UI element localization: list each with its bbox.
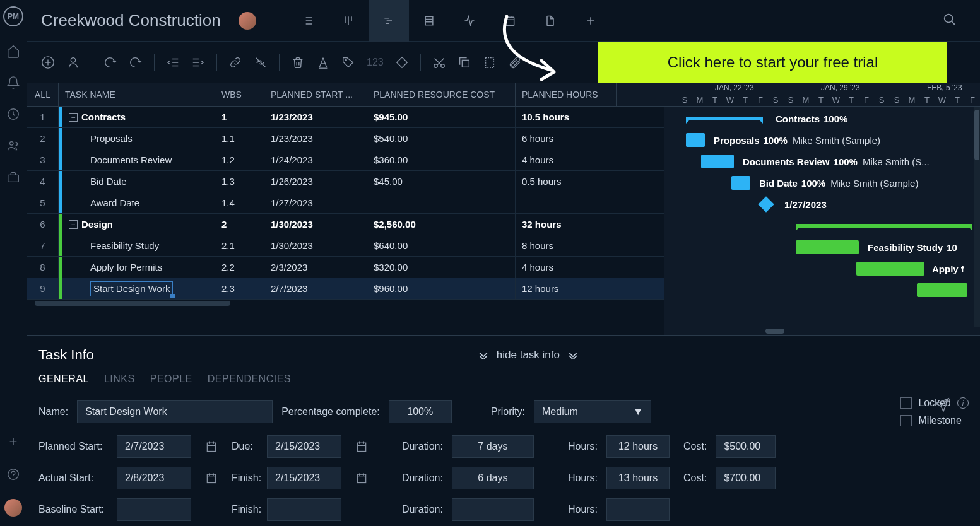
cost-label: Cost: xyxy=(683,472,707,484)
table-row[interactable]: 2 Proposals 1.1 1/23/2023 $540.00 6 hour… xyxy=(27,128,664,149)
undo-button[interactable] xyxy=(103,56,117,69)
gantt-vscroll[interactable] xyxy=(974,107,980,327)
locked-checkbox[interactable] xyxy=(900,397,912,409)
pct-input[interactable] xyxy=(389,400,452,423)
gantt-bar[interactable] xyxy=(796,224,972,228)
col-cost[interactable]: PLANNED RESOURCE COST xyxy=(367,83,516,106)
table-row[interactable]: 1 −Contracts 1 1/23/2023 $945.00 10.5 ho… xyxy=(27,107,664,128)
attachment-button[interactable] xyxy=(508,56,522,69)
calendar-icon[interactable] xyxy=(350,467,373,489)
home-icon[interactable] xyxy=(6,44,20,58)
cost-input[interactable] xyxy=(716,467,776,489)
calendar-icon[interactable] xyxy=(200,435,223,458)
tab-dependencies[interactable]: DEPENDENCIES xyxy=(208,373,291,385)
briefcase-icon[interactable] xyxy=(6,170,20,184)
sheet-view-tab[interactable] xyxy=(409,0,449,42)
cut-button[interactable] xyxy=(432,56,446,69)
milestone-icon[interactable] xyxy=(758,196,774,212)
calendar-icon[interactable] xyxy=(200,467,223,489)
notifications-icon[interactable] xyxy=(6,76,20,90)
col-all[interactable]: ALL xyxy=(27,83,59,106)
gantt-bar[interactable] xyxy=(796,240,859,254)
gantt-bar[interactable] xyxy=(701,155,734,168)
collapse-icon[interactable]: − xyxy=(69,113,78,122)
table-row[interactable]: 9 Start Design Work 2.3 2/7/2023 $960.00… xyxy=(27,278,664,300)
calendar-icon[interactable] xyxy=(350,435,373,458)
file-view-tab[interactable] xyxy=(530,0,570,42)
tag-button[interactable] xyxy=(341,56,355,69)
redo-button[interactable] xyxy=(129,56,143,69)
search-icon[interactable] xyxy=(943,13,957,29)
col-name[interactable]: TASK NAME xyxy=(59,83,215,106)
table-row[interactable]: 3 Documents Review 1.2 1/24/2023 $360.00… xyxy=(27,149,664,171)
add-view-tab[interactable] xyxy=(570,0,611,42)
table-row[interactable]: 4 Bid Date 1.3 1/26/2023 $45.00 0.5 hour… xyxy=(27,171,664,192)
text-button[interactable] xyxy=(316,56,330,69)
gantt-row: 1/27/2023 xyxy=(664,194,980,215)
baseline-start-input[interactable] xyxy=(117,498,191,521)
grid-hscroll[interactable] xyxy=(27,300,664,307)
hide-task-info-button[interactable]: hide task info xyxy=(479,349,577,361)
project-title: Creekwood Construction xyxy=(41,11,221,30)
unlink-button[interactable] xyxy=(254,56,268,69)
people-icon[interactable] xyxy=(6,139,20,153)
planned-start-input[interactable] xyxy=(117,435,191,458)
col-hours[interactable]: PLANNED HOURS xyxy=(516,83,617,106)
help-icon[interactable] xyxy=(6,467,20,481)
col-start[interactable]: PLANNED START ... xyxy=(264,83,367,106)
gantt-hscroll[interactable] xyxy=(664,327,972,335)
copy-button[interactable] xyxy=(458,56,471,69)
add-icon[interactable]: + xyxy=(9,433,18,450)
tab-people[interactable]: PEOPLE xyxy=(150,373,192,385)
duration-input[interactable] xyxy=(452,467,534,489)
finish-input[interactable] xyxy=(267,467,341,489)
send-icon[interactable] xyxy=(935,397,950,415)
svg-point-8 xyxy=(71,58,75,62)
add-task-button[interactable] xyxy=(41,56,55,69)
cost-input[interactable] xyxy=(716,435,776,458)
col-wbs[interactable]: WBS xyxy=(215,83,264,106)
gantt-view-tab[interactable] xyxy=(369,0,409,42)
due-input[interactable] xyxy=(267,435,341,458)
table-row[interactable]: 7 Feasibility Study 2.1 1/30/2023 $640.0… xyxy=(27,235,664,257)
baseline-finish-input[interactable] xyxy=(267,498,341,521)
board-view-tab[interactable] xyxy=(328,0,369,42)
collapse-icon[interactable]: − xyxy=(69,220,78,229)
cta-banner[interactable]: Click here to start your free trial xyxy=(598,42,947,83)
duration-input[interactable] xyxy=(452,435,534,458)
assign-button[interactable] xyxy=(66,56,80,69)
actual-start-input[interactable] xyxy=(117,467,191,489)
activity-view-tab[interactable] xyxy=(449,0,490,42)
table-row[interactable]: 5 Award Date 1.4 1/27/2023 xyxy=(27,192,664,214)
list-view-tab[interactable] xyxy=(288,0,328,42)
app-logo[interactable]: PM xyxy=(3,6,23,26)
gantt-bar[interactable] xyxy=(917,283,967,297)
info-icon[interactable]: i xyxy=(957,397,969,409)
table-row[interactable]: 8 Apply for Permits 2.2 2/3/2023 $320.00… xyxy=(27,257,664,278)
baseline-hours-input[interactable] xyxy=(606,498,670,521)
user-avatar[interactable] xyxy=(4,499,22,517)
table-row[interactable]: 6 −Design 2 1/30/2023 $2,560.00 32 hours xyxy=(27,214,664,235)
paste-button[interactable] xyxy=(483,56,497,69)
gantt-bar[interactable] xyxy=(686,117,763,120)
milestone-button[interactable] xyxy=(395,56,409,69)
hours-input[interactable] xyxy=(606,435,670,458)
gantt-bar[interactable] xyxy=(686,133,705,147)
clock-icon[interactable] xyxy=(6,107,20,121)
indent-button[interactable] xyxy=(191,56,205,69)
outdent-button[interactable] xyxy=(166,56,180,69)
tab-general[interactable]: GENERAL xyxy=(38,373,89,385)
delete-button[interactable] xyxy=(291,56,305,69)
hours-input[interactable] xyxy=(606,467,670,489)
priority-select[interactable]: Medium▼ xyxy=(534,400,651,423)
gantt-bar[interactable] xyxy=(856,262,924,276)
tab-links[interactable]: LINKS xyxy=(104,373,135,385)
calendar-view-tab[interactable] xyxy=(490,0,530,42)
milestone-checkbox[interactable] xyxy=(900,415,912,426)
project-avatar[interactable] xyxy=(239,12,256,30)
baseline-duration-input[interactable] xyxy=(452,498,534,521)
svg-rect-17 xyxy=(357,474,365,482)
name-input[interactable] xyxy=(77,400,273,423)
link-button[interactable] xyxy=(228,56,242,69)
gantt-bar[interactable] xyxy=(731,176,750,190)
